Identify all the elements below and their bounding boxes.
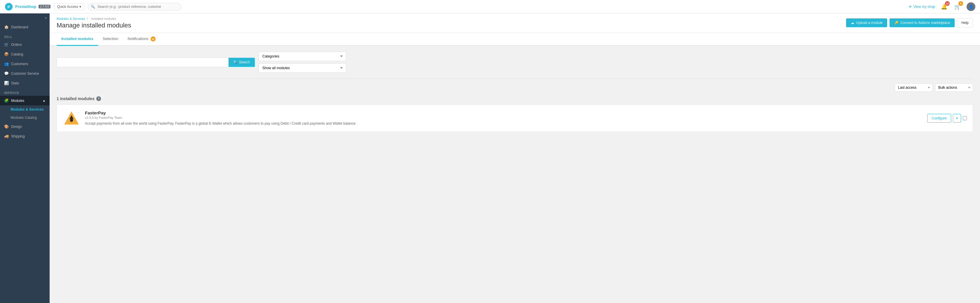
eye-icon: 👁 <box>908 5 912 9</box>
breadcrumb-current: Installed modules <box>91 17 116 21</box>
module-checkbox[interactable] <box>963 116 967 120</box>
sidebar: « 🏠 Dashboard SELL 🛒 Orders 📦 Catalog 👥 … <box>0 13 49 303</box>
sidebar-item-modules[interactable]: 🧩 Modules ▲ <box>0 96 49 105</box>
module-logo-fasterpay <box>63 110 80 127</box>
customer-service-icon: 💬 <box>4 71 9 76</box>
configure-label: Configure <box>932 116 947 120</box>
sidebar-item-label: Modules <box>11 99 24 103</box>
modules-icon: 🧩 <box>4 98 9 103</box>
bulk-actions-select[interactable]: Bulk actions <box>935 83 973 92</box>
page-header: Modules & Services / Installed modules M… <box>49 13 980 33</box>
configure-button[interactable]: Configure <box>927 114 951 123</box>
cloud-upload-icon: ☁ <box>851 21 854 25</box>
sidebar-sub-item-modules-catalog[interactable]: Modules Catalog <box>0 113 49 122</box>
upload-label: Upload a module <box>856 21 883 25</box>
sidebar-sub-item-modules-services[interactable]: Modules & Services <box>0 105 49 113</box>
tab-installed-label: Installed modules <box>61 37 93 41</box>
connect-label: Connect to Addons marketplace <box>900 21 950 25</box>
help-label: Help <box>961 21 969 25</box>
chevron-down-icon: ▾ <box>956 116 958 120</box>
sidebar-item-customers[interactable]: 👥 Customers <box>0 59 49 69</box>
quick-access-button[interactable]: Quick Access ▾ <box>54 3 84 10</box>
sidebar-item-dashboard[interactable]: 🏠 Dashboard <box>0 22 49 32</box>
catalog-icon: 📦 <box>4 52 9 56</box>
sidebar-item-label: Shipping <box>11 134 25 138</box>
orders-icon: 🛒 <box>4 42 9 47</box>
user-icon: 👤 <box>969 5 974 9</box>
breadcrumb: Modules & Services / Installed modules <box>57 17 131 21</box>
connect-addons-button[interactable]: 🔑 Connect to Addons marketplace <box>889 18 955 27</box>
sidebar-item-label: Design <box>11 124 22 129</box>
cart-badge: 6 <box>958 1 963 6</box>
help-button[interactable]: Help <box>957 18 973 27</box>
sort-select[interactable]: Last access <box>895 83 933 92</box>
global-search-input[interactable] <box>88 3 181 11</box>
tab-installed-modules[interactable]: Installed modules <box>57 33 98 46</box>
customers-icon: 👥 <box>4 62 9 66</box>
module-dropdown-button[interactable]: ▾ <box>953 114 961 123</box>
notifications-badge: 12 <box>945 1 950 6</box>
stats-icon: 📊 <box>4 81 9 85</box>
main-layout: « 🏠 Dashboard SELL 🛒 Orders 📦 Catalog 👥 … <box>0 13 980 303</box>
logo-area: P PrestaShop 1.7.4.0 <box>5 3 51 11</box>
sidebar-item-design[interactable]: 🎨 Design <box>0 122 49 131</box>
module-version: v1.0.0 <box>85 116 94 120</box>
dashboard-icon: 🏠 <box>4 25 9 29</box>
module-count-text: 1 installed modules <box>57 96 95 101</box>
sidebar-item-customer-service[interactable]: 💬 Customer Service <box>0 69 49 78</box>
module-count-row: 1 installed modules ? <box>57 96 973 101</box>
chevron-up-icon: ▲ <box>43 99 46 102</box>
user-avatar-button[interactable]: 👤 <box>967 2 975 11</box>
collapse-icon: « <box>45 16 47 20</box>
module-meta: v1.0.0 by FasterPay Team <box>85 116 923 120</box>
search-label: Search <box>239 60 250 64</box>
show-all-select[interactable]: Show all modules <box>259 63 346 73</box>
module-search-input[interactable] <box>57 58 229 67</box>
svg-text:P: P <box>8 5 10 9</box>
sidebar-item-label: Customer Service <box>11 72 39 76</box>
module-card-fasterpay: FasterPay v1.0.0 by FasterPay Team Accep… <box>57 105 973 132</box>
notifications-bell-button[interactable]: 🔔 12 <box>940 2 948 11</box>
fasterpay-logo-svg <box>64 110 80 126</box>
tab-selection-label: Selection <box>103 37 118 41</box>
quick-access-label: Quick Access <box>57 5 78 9</box>
tab-notifications-label: Notifications <box>127 37 148 41</box>
breadcrumb-parent[interactable]: Modules & Services <box>57 17 85 21</box>
upload-module-button[interactable]: ☁ Upload a module <box>846 18 887 27</box>
chevron-down-icon: ▾ <box>80 5 81 9</box>
key-icon: 🔑 <box>894 21 899 25</box>
breadcrumb-separator: / <box>87 17 88 21</box>
modules-services-label: Modules & Services <box>11 107 43 112</box>
tab-selection[interactable]: Selection <box>98 33 123 46</box>
sidebar-item-stats[interactable]: 📊 Stats <box>0 78 49 88</box>
cart-button[interactable]: 🛒 6 <box>953 2 962 11</box>
sidebar-section-improve: IMPROVE <box>0 88 49 96</box>
sidebar-item-label: Dashboard <box>11 25 28 29</box>
page-title: Manage installed modules <box>57 22 131 29</box>
filter-selects: Categories Show all modules <box>259 52 346 73</box>
module-actions-fasterpay: Configure ▾ <box>927 114 967 123</box>
module-search-group: 🔍 Search <box>57 57 255 67</box>
global-search: 🔍 <box>88 3 181 11</box>
tab-notifications[interactable]: Notifications 31 <box>123 33 160 46</box>
sidebar-collapse-button[interactable]: « <box>0 13 49 22</box>
sidebar-item-orders[interactable]: 🛒 Orders <box>0 40 49 49</box>
view-shop-link[interactable]: 👁 View my shop <box>908 5 935 9</box>
header-left: Modules & Services / Installed modules M… <box>57 17 131 29</box>
module-content: 🔍 Search Categories Show all modules <box>49 46 980 303</box>
search-icon: 🔍 <box>91 5 95 9</box>
version-badge: 1.7.4.0 <box>38 5 51 8</box>
module-help-icon[interactable]: ? <box>96 96 101 101</box>
content-area: Modules & Services / Installed modules M… <box>49 13 980 303</box>
sidebar-item-label: Customers <box>11 62 28 66</box>
sidebar-item-catalog[interactable]: 📦 Catalog <box>0 49 49 59</box>
design-icon: 🎨 <box>4 124 9 129</box>
top-navigation: P PrestaShop 1.7.4.0 Quick Access ▾ 🔍 👁 … <box>0 0 980 13</box>
sidebar-item-shipping[interactable]: 🚚 Shipping <box>0 131 49 141</box>
module-search-button[interactable]: 🔍 Search <box>229 58 255 67</box>
sidebar-section-sell: SELL <box>0 32 49 40</box>
notifications-tab-badge: 31 <box>151 37 156 41</box>
categories-select[interactable]: Categories <box>259 52 346 61</box>
module-author: FasterPay Team <box>99 116 122 120</box>
module-info-fasterpay: FasterPay v1.0.0 by FasterPay Team Accep… <box>85 110 923 126</box>
